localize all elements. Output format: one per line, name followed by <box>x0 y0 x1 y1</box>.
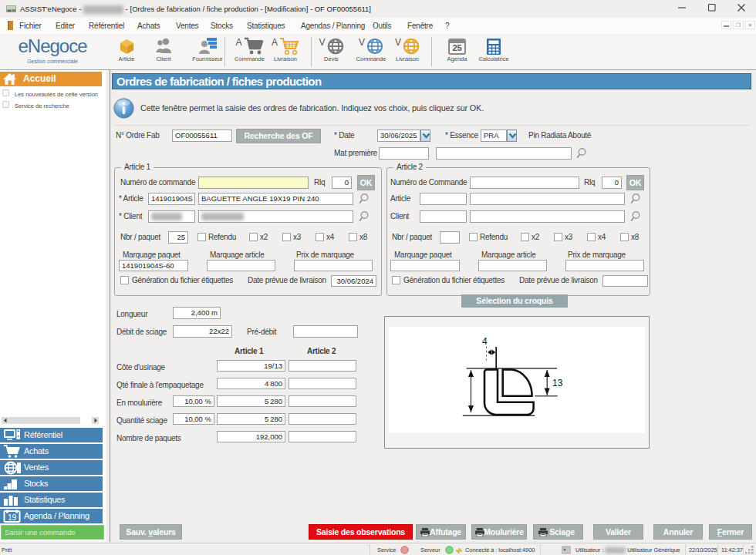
svg-text:13: 13 <box>552 378 563 388</box>
svg-text:25: 25 <box>452 43 461 52</box>
svg-text:4: 4 <box>482 336 488 347</box>
svg-text:19: 19 <box>8 513 17 522</box>
